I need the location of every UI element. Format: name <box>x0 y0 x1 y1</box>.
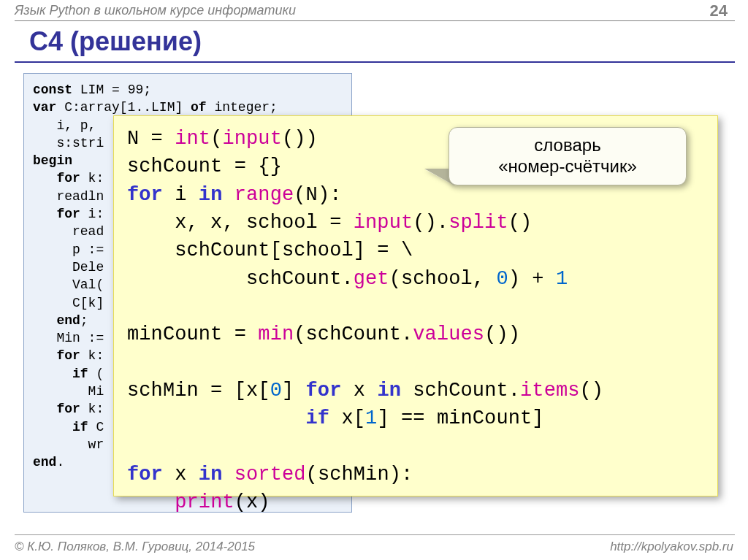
pascal-text: p := <box>33 242 104 257</box>
pascal-text: s:stri <box>33 136 104 150</box>
pascal-kw: end <box>33 313 80 328</box>
py-text: x, x, school = <box>127 212 354 234</box>
py-text <box>127 407 306 429</box>
title-rule <box>15 61 735 63</box>
pascal-text: read <box>33 224 104 239</box>
py-kw: in <box>377 380 401 402</box>
py-text: (N): <box>294 184 341 206</box>
callout-bubble: словарь «номер-счётчик» <box>449 127 687 185</box>
page-number: 24 <box>710 1 728 20</box>
pascal-kw: const <box>33 83 72 97</box>
pascal-text: Val( <box>33 277 104 292</box>
pascal-text: k: <box>80 348 104 363</box>
pascal-text: Dele <box>33 260 104 275</box>
py-text: ()) <box>282 128 318 150</box>
pascal-text: k: <box>80 402 104 416</box>
py-text: schCount[school] = \ <box>127 239 413 261</box>
py-text: x <box>341 380 377 402</box>
py-num: 0 <box>496 268 508 290</box>
py-kw: for <box>127 464 163 486</box>
py-kw: for <box>127 184 163 206</box>
py-text: i <box>163 184 199 206</box>
py-text: schCount = {} <box>127 156 282 177</box>
pascal-text: C <box>88 420 104 434</box>
py-text: ()) <box>484 323 520 345</box>
py-kw: in <box>199 184 223 206</box>
py-text: (x) <box>234 491 270 513</box>
py-fn: sorted <box>234 464 306 486</box>
pascal-text: C:array[1..LIM] <box>56 100 191 115</box>
pascal-kw: var <box>33 100 56 115</box>
py-fn: range <box>234 184 294 206</box>
pascal-kw: for <box>33 207 80 221</box>
py-text: (). <box>413 212 449 234</box>
py-num: 1 <box>556 268 568 290</box>
course-title: Язык Python в школьном курсе информатики <box>15 3 296 18</box>
slide-title: C4 (решение) <box>29 26 202 57</box>
pascal-kw: for <box>33 348 80 363</box>
header: Язык Python в школьном курсе информатики… <box>15 3 733 22</box>
slide: Язык Python в школьном курсе информатики… <box>0 0 748 560</box>
py-text: () <box>580 380 604 402</box>
py-text: ] <box>282 380 306 402</box>
py-text: (school, <box>389 268 497 290</box>
footer-rule <box>15 534 735 535</box>
pascal-text: LIM = 99; <box>72 83 151 97</box>
header-rule <box>15 20 735 21</box>
pascal-kw: of <box>191 100 207 115</box>
pascal-text: wr <box>33 437 104 452</box>
pascal-text: i, p, <box>33 118 104 133</box>
pascal-text: . <box>56 455 64 469</box>
pascal-kw: begin <box>33 153 72 168</box>
footer-copyright: © К.Ю. Поляков, В.М. Гуровиц, 2014-2015 <box>15 540 255 554</box>
pascal-text: readln <box>33 189 104 204</box>
py-fn: int <box>175 128 210 150</box>
py-fn: items <box>520 380 580 402</box>
py-text <box>222 464 234 486</box>
py-text: () <box>508 212 533 234</box>
py-fn: input <box>222 128 282 150</box>
py-fn: input <box>354 212 413 234</box>
py-text: ) + <box>508 268 556 290</box>
pascal-text: i: <box>80 207 104 221</box>
py-text: N = <box>127 128 175 150</box>
py-text: ] == minCount] <box>377 407 543 429</box>
bubble-line2: «номер-счётчик» <box>498 156 636 176</box>
bubble-line1: словарь <box>534 135 600 155</box>
py-text: schCount. <box>127 268 354 290</box>
py-fn: print <box>175 491 234 513</box>
py-num: 1 <box>365 407 377 429</box>
pascal-kw: if <box>33 367 88 381</box>
py-text: (schCount. <box>294 323 413 345</box>
pascal-text: ( <box>88 367 104 381</box>
py-kw: for <box>306 380 342 402</box>
py-text <box>127 491 175 513</box>
py-text <box>222 184 234 206</box>
py-fn: values <box>413 323 484 345</box>
pascal-kw: for <box>33 402 80 416</box>
py-num: 0 <box>270 380 282 402</box>
py-fn: min <box>258 323 294 345</box>
pascal-text: ; <box>80 313 88 328</box>
pascal-text: k: <box>80 171 104 185</box>
py-fn: get <box>354 268 389 290</box>
footer-url: http://kpolyakov.spb.ru <box>610 540 733 554</box>
pascal-text: C[k] <box>33 296 104 310</box>
py-kw: if <box>306 407 330 429</box>
py-fn: split <box>449 212 508 234</box>
py-text: x[ <box>329 407 365 429</box>
py-text: schMin = [x[ <box>127 380 270 402</box>
pascal-text: Mi <box>33 384 104 399</box>
pascal-text: integer; <box>207 100 278 115</box>
py-text: ( <box>210 128 222 150</box>
bubble-text: словарь «номер-счётчик» <box>498 135 636 177</box>
py-text: x <box>163 464 199 486</box>
pascal-kw: for <box>33 171 80 185</box>
pascal-kw: if <box>33 420 88 434</box>
py-text: minCount = <box>127 323 258 345</box>
py-text: (schMin): <box>306 464 413 486</box>
pascal-kw: end <box>33 455 56 469</box>
pascal-text: Min := <box>33 331 104 345</box>
py-kw: in <box>199 464 223 486</box>
py-text: schCount. <box>401 380 520 402</box>
